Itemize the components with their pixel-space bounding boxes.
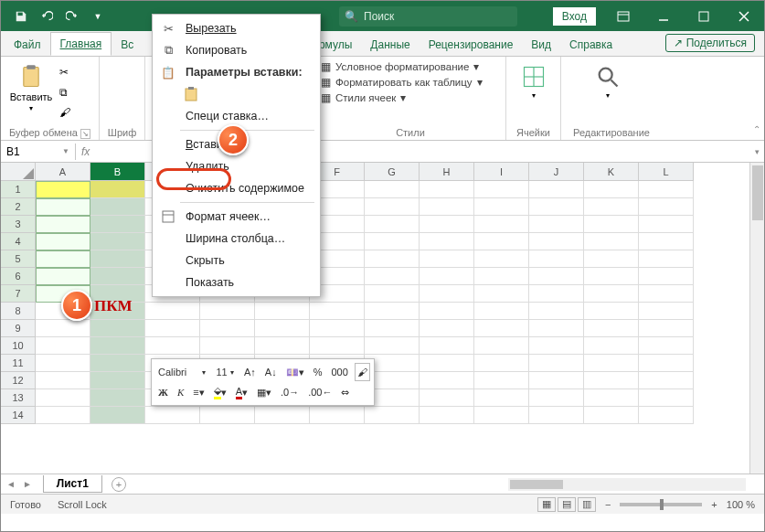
- cells-button[interactable]: ▾: [512, 60, 555, 100]
- cell[interactable]: [36, 250, 90, 268]
- cell[interactable]: [420, 233, 474, 250]
- cell[interactable]: [474, 355, 529, 372]
- cell[interactable]: [200, 337, 255, 355]
- cell[interactable]: [529, 250, 584, 268]
- cell[interactable]: [90, 181, 145, 198]
- cell[interactable]: [584, 337, 639, 355]
- ctx-column-width[interactable]: Ширина столбца…: [153, 228, 320, 250]
- worksheet-grid[interactable]: ABFGHIJKL 1234567891011121314 ПКМ: [1, 163, 764, 473]
- cell[interactable]: [529, 216, 584, 233]
- fx-icon[interactable]: fx: [81, 145, 90, 158]
- mini-borders-icon[interactable]: ▦▾: [254, 383, 274, 401]
- cell[interactable]: [529, 389, 584, 407]
- cell[interactable]: [36, 216, 90, 233]
- mini-increase-decimal-icon[interactable]: .0→: [278, 383, 302, 401]
- cell[interactable]: [639, 355, 694, 372]
- cell[interactable]: [639, 285, 694, 303]
- row-header-4[interactable]: 4: [1, 233, 36, 250]
- cell[interactable]: [90, 216, 145, 233]
- cell[interactable]: [90, 198, 145, 216]
- cell[interactable]: [36, 181, 90, 198]
- cell[interactable]: [474, 268, 529, 285]
- cell[interactable]: [529, 337, 584, 355]
- cell[interactable]: [420, 268, 474, 285]
- cell[interactable]: [420, 407, 474, 424]
- row-header-12[interactable]: 12: [1, 372, 36, 389]
- cell[interactable]: [36, 355, 90, 372]
- cell[interactable]: [365, 250, 420, 268]
- signin-button[interactable]: Вход: [553, 7, 596, 26]
- zoom-in-icon[interactable]: +: [711, 499, 717, 510]
- cell[interactable]: [529, 181, 584, 198]
- cell[interactable]: [584, 320, 639, 337]
- cell[interactable]: [474, 250, 529, 268]
- cell[interactable]: [584, 355, 639, 372]
- new-sheet-button[interactable]: +: [112, 477, 126, 492]
- cell[interactable]: [90, 250, 145, 268]
- vertical-scrollbar[interactable]: [749, 163, 764, 473]
- cell[interactable]: [639, 407, 694, 424]
- cell[interactable]: [529, 285, 584, 303]
- cell[interactable]: [90, 355, 145, 372]
- row-header-7[interactable]: 7: [1, 285, 36, 303]
- cell[interactable]: [584, 250, 639, 268]
- mini-align-icon[interactable]: ≡▾: [190, 383, 207, 401]
- row-header-11[interactable]: 11: [1, 355, 36, 372]
- cell[interactable]: [36, 407, 90, 424]
- cell[interactable]: [365, 337, 420, 355]
- cell[interactable]: [365, 268, 420, 285]
- cell[interactable]: [420, 389, 474, 407]
- col-header-A[interactable]: A: [36, 163, 90, 181]
- ctx-cut[interactable]: ✂Вырезать: [153, 17, 320, 39]
- row-header-9[interactable]: 9: [1, 320, 36, 337]
- cell[interactable]: [584, 216, 639, 233]
- mini-decrease-font-icon[interactable]: A↓: [262, 363, 280, 381]
- cell[interactable]: [255, 303, 310, 320]
- cell[interactable]: [420, 181, 474, 198]
- cell[interactable]: [36, 268, 90, 285]
- cut-icon[interactable]: ✂: [59, 64, 80, 80]
- tab-insert-cut[interactable]: Вс: [112, 34, 143, 56]
- view-buttons[interactable]: ▦ ▤ ▥: [537, 497, 596, 512]
- collapse-ribbon-icon[interactable]: ⌃: [753, 124, 760, 134]
- cell[interactable]: [584, 181, 639, 198]
- cell[interactable]: [420, 250, 474, 268]
- col-header-I[interactable]: I: [474, 163, 529, 181]
- cell[interactable]: [584, 233, 639, 250]
- format-painter-icon[interactable]: 🖌: [59, 104, 80, 121]
- cell[interactable]: [529, 233, 584, 250]
- cell[interactable]: [310, 320, 365, 337]
- save-icon[interactable]: [10, 5, 32, 27]
- search-input[interactable]: [364, 10, 501, 23]
- ribbon-options-icon[interactable]: [603, 1, 643, 31]
- select-all-button[interactable]: [1, 163, 36, 181]
- tab-review[interactable]: Рецензирование: [420, 34, 523, 56]
- ctx-clear[interactable]: Очистить содержимое: [153, 177, 320, 199]
- cell[interactable]: [474, 216, 529, 233]
- row-headers[interactable]: 1234567891011121314: [1, 181, 36, 424]
- cell[interactable]: [474, 337, 529, 355]
- sheet-nav[interactable]: ◄►: [1, 479, 37, 489]
- cell[interactable]: [584, 303, 639, 320]
- cell[interactable]: [365, 407, 420, 424]
- tab-view[interactable]: Вид: [522, 34, 560, 56]
- cell[interactable]: [474, 389, 529, 407]
- cell[interactable]: [145, 320, 200, 337]
- cell[interactable]: [36, 389, 90, 407]
- page-layout-view-icon[interactable]: ▤: [558, 497, 576, 512]
- cell[interactable]: [584, 285, 639, 303]
- cell[interactable]: [310, 303, 365, 320]
- col-header-G[interactable]: G: [365, 163, 420, 181]
- mini-decrease-decimal-icon[interactable]: .00←: [305, 383, 335, 401]
- cell[interactable]: [36, 320, 90, 337]
- name-box[interactable]: B1▼: [1, 144, 76, 160]
- cell[interactable]: [36, 198, 90, 216]
- cell[interactable]: [584, 372, 639, 389]
- cell[interactable]: [584, 198, 639, 216]
- cell[interactable]: [145, 337, 200, 355]
- maximize-icon[interactable]: [684, 1, 724, 31]
- row-header-2[interactable]: 2: [1, 198, 36, 216]
- mini-fill-color-icon[interactable]: ⬙▾: [211, 383, 229, 401]
- mini-font-size[interactable]: 11▾: [212, 363, 238, 381]
- mini-bold-button[interactable]: Ж: [155, 383, 171, 401]
